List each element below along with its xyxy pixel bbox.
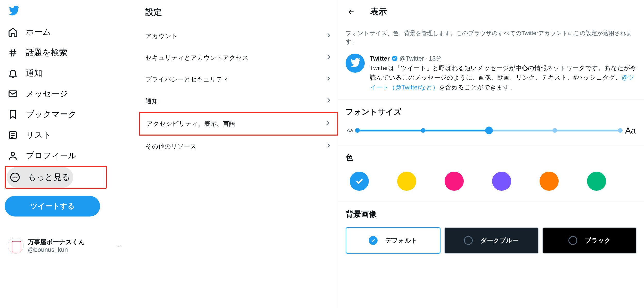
svg-point-9 — [11, 152, 14, 156]
highlight-more: もっと見る — [5, 166, 107, 189]
nav-item-label: ブックマーク — [26, 109, 77, 120]
settings-list: アカウントセキュリティとアカウントアクセスプライバシーとセキュリティ通知アクセシ… — [139, 25, 338, 157]
settings-item-label: 通知 — [145, 97, 158, 105]
radio-icon — [369, 236, 378, 245]
mail-icon — [8, 89, 18, 99]
account-switcher[interactable]: 万事屋ボーナスくん @bounus_kun ··· — [5, 235, 128, 257]
nav-item-more[interactable]: もっと見る — [7, 167, 73, 188]
dot-separator: · — [426, 54, 427, 63]
bookmark-icon — [8, 109, 18, 120]
sample-tweet-name: Twitter — [370, 54, 390, 63]
back-button[interactable] — [345, 5, 358, 19]
slider-step[interactable] — [355, 128, 360, 133]
background-option-label: ダークブルー — [480, 236, 519, 245]
twitter-logo[interactable] — [5, 3, 139, 21]
sample-tweet-text: Twitterは「ツイート」と呼ばれる短いメッセージが中心の情報ネットワークです… — [370, 63, 637, 92]
svg-point-13 — [17, 177, 18, 178]
settings-item-label: セキュリティとアカウントアクセス — [145, 54, 249, 62]
font-size-slider[interactable]: Aa Aa — [338, 118, 644, 145]
color-swatch-orange[interactable] — [540, 172, 559, 191]
sample-tweet-body: Twitter @Twitter · 13分 Twitterは「ツイート」と呼ば… — [370, 54, 637, 92]
slider-step[interactable] — [552, 128, 557, 133]
nav-item-explore[interactable]: 話題を検索 — [5, 42, 70, 63]
nav-item-label: ホーム — [26, 26, 51, 38]
settings-title: 設定 — [139, 0, 338, 25]
chevron-right-icon — [325, 32, 332, 40]
chevron-right-icon — [325, 75, 332, 84]
settings-column: 設定 アカウントセキュリティとアカウントアクセスプライバシーとセキュリティ通知ア… — [139, 0, 338, 308]
radio-icon — [464, 236, 473, 245]
chevron-right-icon — [324, 120, 331, 128]
nav-item-label: メッセージ — [26, 88, 68, 99]
svg-line-2 — [11, 49, 12, 56]
nav-item-label: もっと見る — [28, 172, 70, 183]
nav-list: ホーム 話題を検索 通知 メッセージ ブックマーク リスト プロフィール — [5, 22, 139, 189]
slider-thumb[interactable] — [485, 127, 493, 134]
background-heading: 背景画像 — [338, 202, 644, 221]
chevron-right-icon — [325, 54, 332, 62]
slider-step[interactable] — [618, 128, 623, 133]
chevron-right-icon — [325, 97, 332, 105]
settings-item[interactable]: アカウント — [139, 25, 338, 47]
settings-item[interactable]: セキュリティとアカウントアクセス — [139, 47, 338, 69]
svg-point-11 — [13, 177, 14, 178]
nav-item-home[interactable]: ホーム — [5, 22, 54, 42]
primary-sidebar: ホーム 話題を検索 通知 メッセージ ブックマーク リスト プロフィール — [0, 0, 139, 308]
nav-item-notifications[interactable]: 通知 — [5, 63, 45, 84]
font-size-large-label: Aa — [625, 126, 636, 136]
sample-tweet: Twitter @Twitter · 13分 Twitterは「ツイート」と呼ば… — [338, 49, 644, 99]
radio-icon — [568, 236, 577, 245]
slider-track[interactable] — [357, 130, 620, 131]
nav-item-label: 通知 — [26, 68, 42, 79]
avatar — [8, 238, 24, 254]
nav-item-bookmarks[interactable]: ブックマーク — [5, 104, 80, 125]
background-option-label: ブラック — [585, 236, 611, 245]
font-size-small-label: Aa — [347, 128, 353, 134]
more-dots-icon: ··· — [113, 242, 125, 250]
hash-icon — [8, 47, 18, 58]
account-info: 万事屋ボーナスくん @bounus_kun — [28, 238, 109, 253]
svg-point-12 — [14, 177, 15, 178]
twitter-avatar-icon — [346, 54, 365, 73]
background-option-label: デフォルト — [385, 236, 418, 245]
color-swatch-blue[interactable] — [350, 172, 369, 191]
color-swatch-green[interactable] — [587, 172, 606, 191]
nav-item-lists[interactable]: リスト — [5, 125, 54, 145]
settings-item[interactable]: プライバシーとセキュリティ — [139, 69, 338, 90]
nav-item-messages[interactable]: メッセージ — [5, 84, 71, 104]
nav-item-label: 話題を検索 — [26, 47, 67, 58]
background-option-default[interactable]: デフォルト — [346, 227, 441, 254]
tweet-text-before: Twitterは「ツイート」と呼ばれる短いメッセージが中心の情報ネットワークです… — [370, 64, 636, 81]
nav-item-label: リスト — [26, 129, 51, 141]
bell-icon — [8, 68, 18, 78]
nav-item-label: プロフィール — [26, 150, 77, 161]
color-swatch-yellow[interactable] — [397, 172, 416, 191]
svg-line-3 — [14, 49, 14, 56]
chevron-right-icon — [325, 142, 332, 151]
color-swatch-purple[interactable] — [492, 172, 511, 191]
sample-tweet-time: 13分 — [429, 54, 442, 63]
settings-item-label: その他のリソース — [145, 142, 197, 151]
slider-step[interactable] — [421, 128, 426, 133]
background-option-dim[interactable]: ダークブルー — [444, 227, 539, 254]
sample-tweet-header: Twitter @Twitter · 13分 — [370, 54, 637, 63]
more-icon — [10, 172, 20, 182]
tweet-text-after: を含めることができます。 — [439, 84, 516, 91]
account-handle: @bounus_kun — [28, 246, 109, 253]
list-icon — [8, 130, 18, 140]
account-name: 万事屋ボーナスくん — [28, 238, 109, 246]
tweet-button[interactable]: ツイートする — [5, 196, 100, 217]
settings-item[interactable]: アクセシビリティ、表示、言語 — [139, 112, 338, 136]
settings-item[interactable]: その他のリソース — [139, 136, 338, 157]
color-heading: 色 — [338, 145, 644, 164]
nav-item-profile[interactable]: プロフィール — [5, 145, 80, 166]
color-swatch-pink[interactable] — [445, 172, 464, 191]
background-option-black[interactable]: ブラック — [542, 227, 637, 254]
settings-item[interactable]: 通知 — [139, 90, 338, 112]
font-size-heading: フォントサイズ — [338, 99, 644, 118]
display-description: フォントサイズ、色、背景を管理します。このブラウザのすべてのTwitterアカウ… — [338, 24, 644, 49]
sample-tweet-handle: @Twitter — [400, 54, 424, 63]
display-title: 表示 — [370, 6, 387, 18]
detail-header: 表示 — [338, 0, 644, 24]
display-detail-column: 表示 フォントサイズ、色、背景を管理します。このブラウザのすべてのTwitter… — [338, 0, 644, 308]
